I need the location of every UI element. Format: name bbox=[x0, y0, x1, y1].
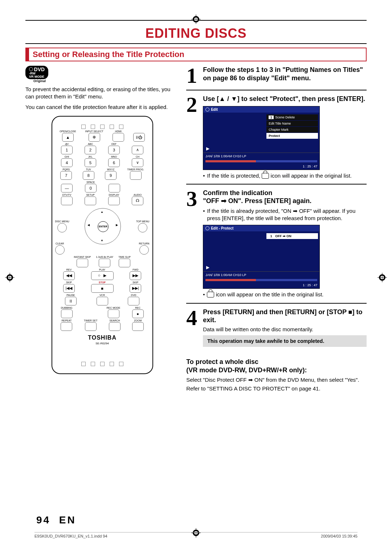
intro-paragraph-1: To prevent the accidental editing, or er… bbox=[25, 86, 179, 101]
left-column: DVD -RW VR MODE Original To prevent the … bbox=[25, 66, 179, 392]
screen-edit: Edit ▶ 1Scene Delete Edit Title Name Cha… bbox=[203, 106, 320, 170]
step-4: 4 Press [RETURN] and then [RETURN] or [S… bbox=[186, 308, 367, 347]
section-heading: Setting or Releasing the Title Protectio… bbox=[25, 48, 367, 61]
remote-diagram: OPEN/CLOSE▲ INPUT SELECT⊕ HDMI I/⏻ .@/:1… bbox=[52, 116, 153, 374]
content-area: EDITING DISCS Setting or Releasing the T… bbox=[25, 20, 367, 392]
right-column: 1 Follow the steps 1 to 3 in "Putting Na… bbox=[186, 66, 367, 392]
lock-icon bbox=[262, 173, 269, 179]
title-rule bbox=[25, 43, 367, 44]
disc-icon bbox=[29, 67, 33, 71]
step-number-4: 4 bbox=[186, 308, 203, 347]
whole-disc-heading: To protect a whole disc(VR mode DVD-RW, … bbox=[186, 358, 367, 375]
page-footer: E9SK0UD_DVR670KU_EN_v1.1.indd 94 2009/04… bbox=[34, 532, 358, 538]
step4-note-box: This operation may take awhile to be com… bbox=[203, 335, 367, 347]
step4-heading: Press [RETURN] and then [RETURN] or [STO… bbox=[203, 308, 367, 324]
footer-file: E9SK0UD_DVR670KU_EN_v1.1.indd 94 bbox=[34, 534, 107, 538]
whole-disc-p2: Refer to "SETTING A DISC TO PROTECT" on … bbox=[186, 385, 367, 392]
step3-heading1: Confirm the indication bbox=[203, 189, 367, 197]
step3-bullet: If the title is already protected, "ON ➡… bbox=[203, 207, 367, 222]
step-number-2: 2 bbox=[186, 95, 203, 179]
badge-sub-label: Original bbox=[33, 79, 179, 83]
step-2: 2 Use [▲ / ▼] to select "Protect", then … bbox=[186, 95, 367, 179]
step-number-1: 1 bbox=[186, 66, 203, 85]
step-number-3: 3 bbox=[186, 189, 203, 299]
intro-paragraph-2: You can cancel the title protection feat… bbox=[25, 104, 179, 111]
step2-heading: Use [▲ / ▼] to select "Protect", then pr… bbox=[203, 95, 367, 103]
step1-heading: Follow the steps 1 to 3 in "Putting Name… bbox=[203, 66, 367, 82]
registration-mark-right bbox=[377, 273, 387, 282]
step4-text: Data will be written onto the disc momen… bbox=[203, 326, 367, 333]
page-number: 94 EN bbox=[36, 514, 76, 526]
remote-model: SE-R0294 bbox=[55, 342, 150, 345]
step-3: 3 Confirm the indication "OFF ➡ ON". Pre… bbox=[186, 189, 367, 299]
page: EDITING DISCS Setting or Releasing the T… bbox=[0, 0, 392, 555]
step3-note: icon will appear on the title in the ori… bbox=[203, 291, 367, 298]
footer-date: 2009/04/03 15:39:45 bbox=[321, 534, 358, 538]
step3-heading2: "OFF ➡ ON". Press [ENTER] again. bbox=[203, 197, 367, 205]
page-title: EDITING DISCS bbox=[25, 26, 367, 41]
dvd-badge: DVD -RW VR MODE Original bbox=[25, 66, 179, 83]
whole-disc-p1: Select "Disc Protect OFF ➡ ON" from the … bbox=[186, 376, 367, 384]
lock-icon bbox=[207, 292, 214, 297]
screen-edit-protect: Edit - Protect ▶ 1OFF ➡ ON JAN/ 1/09 1:0… bbox=[203, 225, 320, 289]
remote-brand: TOSHIBA bbox=[55, 335, 150, 341]
registration-mark-left bbox=[5, 273, 15, 282]
registration-mark-top bbox=[191, 15, 201, 24]
step2-note: If the title is protected, icon will app… bbox=[203, 172, 367, 179]
step-1: 1 Follow the steps 1 to 3 in "Putting Na… bbox=[186, 66, 367, 85]
